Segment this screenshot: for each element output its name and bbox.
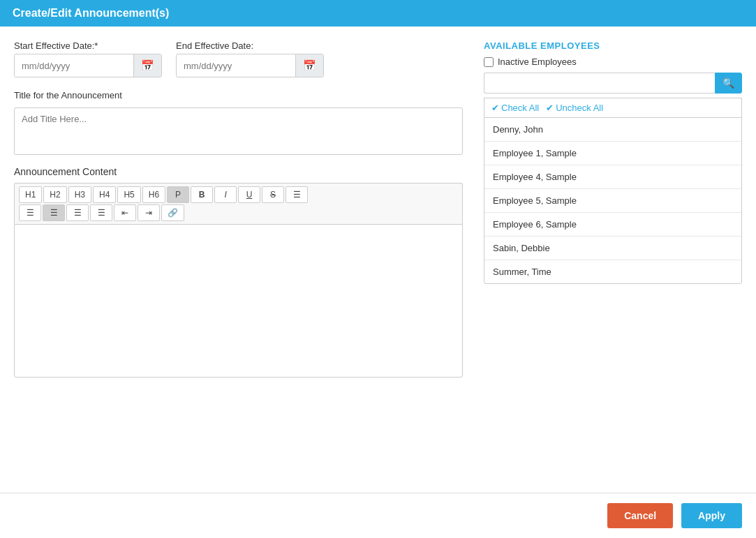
bold-button[interactable]: B	[191, 186, 213, 203]
search-icon: 🔍	[722, 77, 734, 89]
indent-increase-icon: ⇥	[145, 208, 152, 218]
uncheck-all-checkmark-icon: ✔	[546, 103, 554, 113]
justify-icon: ☰	[98, 208, 105, 218]
inactive-employees-checkbox[interactable]	[484, 57, 494, 67]
align-left-icon: ☰	[27, 208, 34, 218]
indent-decrease-icon: ⇤	[121, 208, 128, 218]
italic-button[interactable]: I	[214, 186, 237, 203]
h3-button[interactable]: H3	[68, 186, 91, 203]
align-right-icon: ☰	[74, 208, 82, 218]
end-date-group: End Effective Date: 📅	[176, 40, 324, 77]
employee-search-button[interactable]: 🔍	[715, 73, 742, 94]
modal-title: Create/Edit Announcement(s)	[13, 7, 169, 19]
h2-button[interactable]: H2	[43, 186, 66, 203]
link-icon: 🔗	[168, 208, 178, 218]
modal-footer: Cancel Apply	[0, 493, 756, 538]
check-all-link[interactable]: ✔ Check All	[491, 103, 539, 113]
title-label: Title for the Announcement	[14, 90, 463, 100]
h4-button[interactable]: H4	[93, 186, 116, 203]
modal-header: Create/Edit Announcement(s)	[0, 0, 756, 27]
uncheck-all-label: Uncheck All	[556, 103, 603, 113]
align-center-button[interactable]: ☰	[43, 204, 65, 221]
h6-button[interactable]: H6	[142, 186, 165, 203]
end-date-input[interactable]	[177, 56, 295, 76]
employee-list-item[interactable]: Summer, Time	[484, 260, 741, 283]
editor-content-area[interactable]	[14, 224, 463, 378]
employee-search-input[interactable]	[484, 73, 715, 94]
start-date-label: Start Effective Date:*	[14, 40, 162, 51]
date-row: Start Effective Date:* 📅 End Effective D…	[14, 40, 463, 77]
indent-increase-button[interactable]: ⇥	[138, 204, 160, 221]
right-panel: AVAILABLE EMPLOYEES Inactive Employees 🔍…	[484, 40, 742, 479]
title-textarea[interactable]	[14, 107, 463, 155]
align-center-icon: ☰	[50, 208, 58, 218]
list-button[interactable]: ☰	[286, 186, 308, 203]
justify-button[interactable]: ☰	[90, 204, 112, 221]
employee-list-item[interactable]: Denny, John	[484, 118, 741, 142]
employee-list-item[interactable]: Employee 5, Sample	[484, 189, 741, 213]
end-date-calendar-button[interactable]: 📅	[295, 54, 323, 77]
check-uncheck-row: ✔ Check All ✔ Uncheck All	[484, 98, 742, 117]
start-date-input-wrap: 📅	[14, 54, 162, 77]
employee-list-item[interactable]: Employee 4, Sample	[484, 165, 741, 189]
h5-button[interactable]: H5	[117, 186, 140, 203]
apply-button[interactable]: Apply	[681, 503, 742, 528]
end-date-label: End Effective Date:	[176, 40, 324, 51]
calendar-icon: 📅	[141, 59, 154, 71]
employee-list: Denny, JohnEmployee 1, SampleEmployee 4,…	[484, 117, 742, 284]
uncheck-all-link[interactable]: ✔ Uncheck All	[546, 103, 603, 113]
start-date-calendar-button[interactable]: 📅	[133, 54, 161, 77]
cancel-button[interactable]: Cancel	[607, 503, 673, 528]
title-group: Title for the Announcement	[14, 90, 463, 155]
content-group: Announcement Content H1 H2 H3 H4 H5 H6 P…	[14, 166, 463, 378]
check-all-checkmark-icon: ✔	[491, 103, 499, 113]
content-label: Announcement Content	[14, 166, 463, 177]
available-employees-label: AVAILABLE EMPLOYEES	[484, 40, 742, 51]
align-right-button[interactable]: ☰	[66, 204, 89, 221]
left-panel: Start Effective Date:* 📅 End Effective D…	[14, 40, 463, 479]
link-button[interactable]: 🔗	[161, 204, 184, 221]
editor-toolbar: H1 H2 H3 H4 H5 H6 P B I U S ☰	[14, 183, 463, 224]
p-button[interactable]: P	[167, 186, 189, 203]
inactive-employees-row: Inactive Employees	[484, 57, 742, 67]
start-date-input[interactable]	[15, 56, 133, 76]
underline-button[interactable]: U	[238, 186, 260, 203]
start-date-group: Start Effective Date:* 📅	[14, 40, 162, 77]
toolbar-row-2: ☰ ☰ ☰ ☰ ⇤	[19, 204, 458, 221]
employee-list-item[interactable]: Sabin, Debbie	[484, 237, 741, 260]
calendar-icon-2: 📅	[303, 59, 316, 71]
employee-list-item[interactable]: Employee 6, Sample	[484, 213, 741, 237]
align-left-button[interactable]: ☰	[19, 204, 41, 221]
employee-search-row: 🔍	[484, 73, 742, 94]
end-date-input-wrap: 📅	[176, 54, 324, 77]
toolbar-row-1: H1 H2 H3 H4 H5 H6 P B I U S ☰	[19, 186, 458, 203]
inactive-employees-checkbox-label: Inactive Employees	[498, 57, 577, 67]
modal-body: Start Effective Date:* 📅 End Effective D…	[0, 27, 756, 493]
check-all-label: Check All	[501, 103, 539, 113]
h1-button[interactable]: H1	[19, 186, 42, 203]
strikethrough-button[interactable]: S	[262, 186, 284, 203]
employee-list-item[interactable]: Employee 1, Sample	[484, 142, 741, 165]
indent-decrease-button[interactable]: ⇤	[114, 204, 136, 221]
